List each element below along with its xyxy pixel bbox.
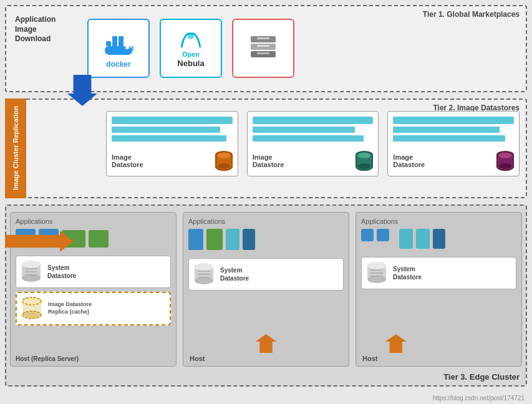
system-datastore-cylinder-2 xyxy=(193,262,215,286)
datastore-2-cylinder xyxy=(355,151,373,171)
datastore-1-label: ImageDatastore xyxy=(112,153,143,168)
svg-point-39 xyxy=(195,277,213,284)
app-block-green-2 xyxy=(89,230,109,248)
host1-system-label: SystemDatastore xyxy=(47,264,76,280)
svg-rect-4 xyxy=(112,36,117,41)
host2-app-green xyxy=(206,229,223,250)
docker-marketplace: docker xyxy=(87,19,150,78)
app-image-download-label: Application ImageDownload xyxy=(15,15,77,44)
host2-system-label: SystemDatastore xyxy=(220,266,249,282)
host2-app-dark xyxy=(243,229,255,250)
cylinder-orange-icon xyxy=(216,151,231,171)
host1-system-datastore: SystemDatastore xyxy=(16,256,171,288)
host2-footer-label: Host xyxy=(190,355,205,362)
host3-apps-label: Applications xyxy=(361,218,516,225)
svg-rect-12 xyxy=(257,45,269,47)
docker-label: docker xyxy=(106,60,130,69)
svg-point-24 xyxy=(499,163,512,169)
host2-system-datastore: SystemDatastore xyxy=(188,258,344,291)
host3-app-teal-2 xyxy=(416,229,430,249)
svg-rect-3 xyxy=(118,41,123,46)
svg-point-7 xyxy=(188,33,194,39)
opennebula-marketplace: OpenNebula xyxy=(160,19,222,78)
tier3-label: Tier 3. Edge Cluster xyxy=(443,372,520,382)
datastore-2: ImageDatastore xyxy=(247,111,379,176)
main-container: Tier 1. Global Marketplaces Application … xyxy=(0,0,532,404)
tier3-section: Tier 3. Edge Cluster Image & Snapshot Tr… xyxy=(5,204,527,387)
image-cluster-replication-bar: Image Cluster Replication xyxy=(5,99,26,198)
docker-icon xyxy=(100,29,137,60)
system-datastore-cylinder-1 xyxy=(20,260,42,284)
svg-rect-5 xyxy=(118,36,123,41)
host1-footer-label: Host (Replica Server) xyxy=(16,355,79,362)
watermark: https://blog.csdn.net/post/174721 xyxy=(433,395,525,402)
svg-rect-13 xyxy=(257,52,269,54)
svg-point-6 xyxy=(125,46,129,49)
svg-point-16 xyxy=(217,163,230,169)
nebula-label: OpenNebula xyxy=(177,50,204,69)
host-3: Applications xyxy=(355,212,522,367)
tier1-label: Tier 1. Global Marketplaces xyxy=(423,10,520,19)
svg-rect-11 xyxy=(257,37,269,39)
datastore-3-label: ImageDatastore xyxy=(393,153,425,168)
datastores-container: ImageDatastore xyxy=(106,111,520,176)
cylinder-teal-icon xyxy=(357,151,372,171)
host3-app-dark xyxy=(433,229,445,249)
host3-system-datastore: SystemDatastore xyxy=(361,257,516,289)
replica-cylinder-icon xyxy=(21,297,43,320)
host3-app-blue-2 xyxy=(377,229,389,241)
svg-point-21 xyxy=(358,153,371,158)
system-datastore-cylinder-3 xyxy=(365,261,388,285)
host2-app-blue xyxy=(188,229,203,250)
datastore-1-cylinder xyxy=(215,151,233,171)
svg-point-40 xyxy=(195,263,213,271)
svg-point-28 xyxy=(22,274,41,282)
host3-system-label: SystemDatastore xyxy=(393,265,422,281)
linbit-icon xyxy=(246,34,281,64)
nebula-icon xyxy=(178,29,203,50)
spacer xyxy=(392,229,396,249)
cylinder-purple-icon xyxy=(498,151,513,171)
svg-point-35 xyxy=(22,311,41,319)
datastore-3-cylinder xyxy=(496,151,514,171)
svg-point-20 xyxy=(358,163,371,169)
host3-app-blue-1 xyxy=(361,229,374,241)
marketplace-icons-group: docker OpenNebula xyxy=(87,19,294,78)
datastore-2-label: ImageDatastore xyxy=(253,153,284,168)
svg-point-17 xyxy=(217,153,230,158)
svg-point-36 xyxy=(22,297,41,305)
tier2-section: Tier 2. Image Datastores ImageDatastore xyxy=(5,99,527,198)
host3-footer-label: Host xyxy=(362,355,377,362)
svg-point-25 xyxy=(499,153,512,158)
replication-label: Image Cluster Replication xyxy=(12,106,19,190)
host3-app-teal-1 xyxy=(399,229,413,249)
host2-app-teal xyxy=(226,229,239,250)
host1-apps-label: Applications xyxy=(16,218,171,225)
svg-point-46 xyxy=(367,276,386,283)
host1-replica-box: Image DatastoreReplica (cache) xyxy=(16,292,171,325)
host2-app-icons xyxy=(188,229,344,253)
svg-point-47 xyxy=(367,262,386,269)
datastore-3: ImageDatastore xyxy=(387,111,520,176)
host2-apps-label: Applications xyxy=(188,218,344,225)
host3-app-icons xyxy=(361,229,516,252)
datastore-1: ImageDatastore xyxy=(106,111,238,176)
svg-rect-1 xyxy=(106,41,111,46)
host1-replica-label: Image DatastoreReplica (cache) xyxy=(48,301,92,315)
svg-point-29 xyxy=(22,261,41,268)
linbit-marketplace xyxy=(232,19,294,78)
svg-rect-2 xyxy=(112,41,117,46)
